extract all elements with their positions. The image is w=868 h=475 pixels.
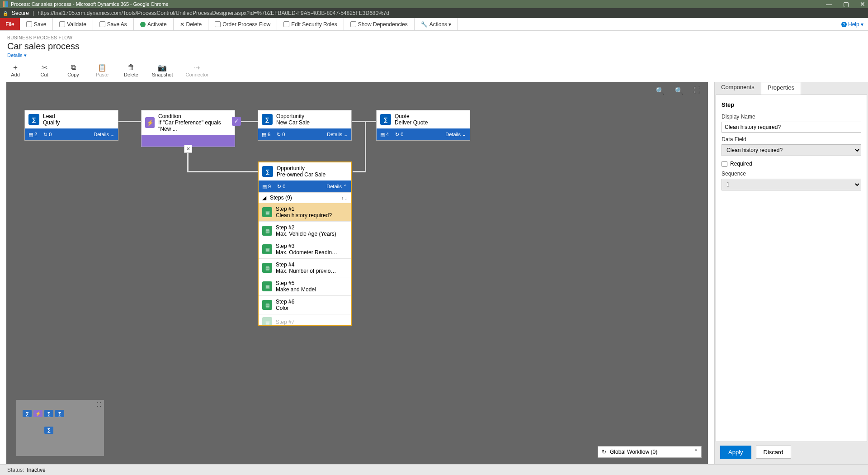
step-item[interactable]: ▤ Step #4Max. Number of previous ow... — [259, 259, 351, 277]
global-workflow-bar[interactable]: ↻ Global Workflow (0) ˄ — [598, 446, 702, 458]
connector-line — [365, 121, 366, 172]
url-text[interactable]: https://trial1705.crm.dynamics.com/Tools… — [38, 10, 389, 16]
window-titlebar: Process: Car sales process - Microsoft D… — [0, 0, 868, 8]
actions-menu[interactable]: 🔧Actions ▾ — [419, 20, 453, 28]
app-icon — [3, 1, 8, 7]
window-title: Process: Car sales process - Microsoft D… — [11, 1, 168, 7]
minimap-node: ⚡ — [33, 410, 42, 417]
workflow-icon: ↻ — [602, 449, 606, 455]
plus-icon: ＋ — [12, 63, 19, 72]
edit-security-button[interactable]: Edit Security Roles — [282, 20, 339, 28]
loop-count: ↻ 0 — [277, 184, 285, 190]
dependencies-icon — [350, 21, 356, 27]
file-menu[interactable]: File — [0, 18, 20, 30]
tab-properties[interactable]: Properties — [761, 82, 801, 95]
cut-button[interactable]: ✂Cut — [36, 63, 52, 77]
stage-deliver-quote[interactable]: ∑ Quote Deliver Quote ▤ 4 ↻ 0 Details ⌄ — [376, 110, 470, 141]
condition-title: Condition — [158, 113, 231, 119]
steps-count: ▤ 4 — [380, 132, 389, 138]
help-link[interactable]: ?Help ▾ — [837, 18, 868, 30]
chevron-up-icon[interactable]: ˄ — [694, 448, 698, 456]
activate-button[interactable]: Activate — [138, 20, 169, 28]
move-down-icon[interactable]: ↓ — [345, 195, 348, 200]
stage-lead[interactable]: ∑ Lead Qualify ▤ 2 ↻ 0 Details ⌄ — [24, 110, 118, 141]
step-num: Step #7 — [276, 319, 294, 325]
sequence-select[interactable]: 1 — [722, 179, 861, 190]
collapse-icon[interactable]: ◢ — [262, 195, 266, 201]
data-field-select[interactable]: Clean history required? — [722, 144, 861, 156]
condition-icon: ⚡ — [145, 117, 155, 128]
condition-card[interactable]: ⚡ Condition If "Car Preference" equals "… — [141, 110, 235, 147]
connector-line — [351, 121, 377, 122]
properties-panel: Components Properties Step Display Name … — [714, 82, 868, 464]
step-item[interactable]: ▤ Step #1Clean history required? — [259, 203, 351, 222]
step-label: Color — [276, 305, 294, 311]
address-bar: 🔒 Secure | https://trial1705.crm.dynamic… — [0, 8, 868, 18]
details-link[interactable]: Details ▾ — [7, 52, 861, 58]
step-label: Max. Odometer Reading (Max) — [276, 249, 339, 256]
connector-button[interactable]: ⇢Connector — [185, 63, 208, 77]
save-button[interactable]: Save — [24, 20, 48, 28]
step-item[interactable]: ▤ Step #7 — [259, 314, 351, 325]
delete-step-button[interactable]: 🗑Delete — [123, 63, 139, 77]
step-num: Step #3 — [276, 243, 339, 249]
show-dependencies-button[interactable]: Show Dependencies — [349, 20, 410, 28]
tab-components[interactable]: Components — [715, 82, 761, 95]
paste-button[interactable]: 📋Paste — [94, 63, 110, 77]
apply-button[interactable]: Apply — [720, 446, 751, 459]
stage-icon: ∑ — [380, 114, 391, 125]
steps-count: ▤ 9 — [262, 184, 271, 190]
discard-button[interactable]: Discard — [756, 446, 791, 459]
step-item[interactable]: ▤ Step #6Color — [259, 296, 351, 314]
stage-icon: ∑ — [262, 166, 273, 177]
zoom-out-icon[interactable]: 🔍 — [656, 86, 665, 95]
order-flow-button[interactable]: Order Process Flow — [213, 20, 272, 28]
fit-icon[interactable]: ⛶ — [693, 86, 701, 95]
stage-name: Pre-owned Car Sale — [277, 171, 326, 178]
step-item[interactable]: ▤ Step #5Make and Model — [259, 277, 351, 296]
status-bar: Status: Inactive — [0, 464, 868, 475]
add-button[interactable]: ＋Add — [7, 63, 24, 77]
step-num: Step #5 — [276, 280, 316, 286]
condition-x-icon[interactable]: ✕ — [184, 145, 192, 153]
details-toggle[interactable]: Details ⌄ — [94, 132, 118, 138]
steps-header: ◢ Steps (9) ↑↓ — [259, 192, 351, 203]
delete-button[interactable]: ✕Delete — [178, 20, 204, 28]
details-toggle[interactable]: Details ⌄ — [445, 132, 470, 138]
stage-entity: Quote — [395, 113, 428, 119]
stage-new-car-sale[interactable]: ∑ Opportunity New Car Sale ▤ 6 ↻ 0 Detai… — [258, 110, 352, 141]
minimize-icon[interactable]: — — [826, 0, 832, 8]
details-toggle[interactable]: Details ⌃ — [326, 184, 351, 190]
move-up-icon[interactable]: ↑ — [341, 195, 344, 200]
steps-list: ▤ Step #1Clean history required? ▤ Step … — [259, 203, 351, 325]
process-canvas[interactable]: 🔍 🔍 ⛶ ∑ Lead Qualify ▤ 2 ↻ 0 — [6, 82, 708, 464]
step-num: Step #4 — [276, 261, 339, 268]
saveas-button[interactable]: Save As — [98, 20, 129, 28]
step-num: Step #6 — [276, 299, 294, 305]
display-name-input[interactable] — [722, 122, 861, 133]
actions-icon: 🔧 — [421, 21, 428, 28]
details-toggle[interactable]: Details ⌄ — [327, 132, 351, 138]
expand-minimap-icon[interactable]: ⛶ — [96, 402, 101, 407]
paste-icon: 📋 — [98, 63, 107, 72]
required-checkbox[interactable] — [722, 161, 727, 167]
connector-icon: ⇢ — [194, 63, 200, 72]
minimap-node: ∑ — [55, 410, 64, 417]
maximize-icon[interactable]: ▢ — [843, 0, 849, 8]
zoom-in-icon[interactable]: 🔍 — [675, 86, 684, 95]
validate-button[interactable]: Validate — [57, 20, 88, 28]
status-value: Inactive — [27, 467, 45, 473]
minimap[interactable]: ⛶ ∑ ⚡ ∑ ∑ ∑ — [16, 400, 104, 456]
steps-count: ▤ 6 — [262, 132, 270, 138]
step-item[interactable]: ▤ Step #2Max. Vehicle Age (Years) — [259, 222, 351, 240]
stage-entity: Opportunity — [277, 165, 326, 171]
connector-line — [353, 171, 366, 172]
snapshot-button[interactable]: 📷Snapshot — [152, 63, 173, 77]
step-num: Step #1 — [276, 206, 332, 212]
close-icon[interactable]: ✕ — [860, 0, 865, 8]
condition-check-icon: ✓ — [232, 117, 241, 126]
stage-name: New Car Sale — [276, 119, 310, 126]
step-item[interactable]: ▤ Step #3Max. Odometer Reading (Max) — [259, 240, 351, 259]
copy-button[interactable]: ⧉Copy — [65, 63, 81, 77]
stage-preowned-car-sale[interactable]: ∑ Opportunity Pre-owned Car Sale ▤ 9 ↻ 0… — [258, 162, 352, 326]
